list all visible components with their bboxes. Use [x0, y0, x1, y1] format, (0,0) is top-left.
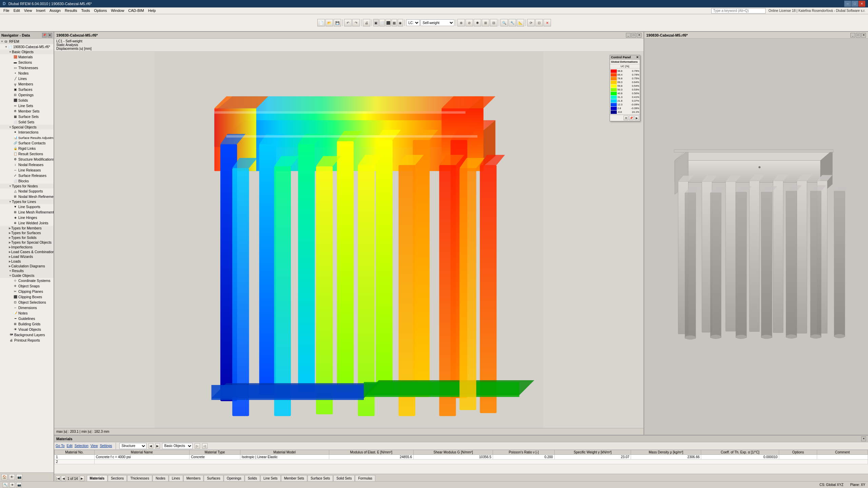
- nav-nodal-supports[interactable]: △Nodal Supports: [0, 188, 54, 194]
- tb2[interactable]: ⬜: [379, 19, 385, 26]
- nav-results[interactable]: ▼Results: [0, 268, 54, 273]
- nav-members[interactable]: ╦Members: [0, 81, 54, 87]
- tb5[interactable]: ◉: [398, 19, 403, 26]
- tab-formulas[interactable]: Formulas: [355, 475, 375, 481]
- nav-types-members[interactable]: ▶Types for Members: [0, 226, 54, 230]
- menu-item-results[interactable]: Results: [63, 8, 79, 13]
- nav-types-lines[interactable]: ▼Types for Lines: [0, 199, 54, 204]
- tb7[interactable]: ⊘: [466, 19, 473, 26]
- left-viewport-canvas[interactable]: Control Panel ✕ Global Deformations UC […: [54, 52, 644, 428]
- nav-lines[interactable]: ╱Lines: [0, 76, 54, 81]
- nav-surface-sets[interactable]: ▦Surface Sets: [0, 114, 54, 119]
- mat-row-2[interactable]: 2: [55, 460, 868, 464]
- cp-settings-btn[interactable]: ⚙: [624, 116, 628, 120]
- nav-nodes[interactable]: •Nodes: [0, 70, 54, 76]
- nav-visual-objects[interactable]: 👁Visual Objects: [0, 327, 54, 332]
- mat-row-1[interactable]: 1 Concrete f c = 4000 psi Concrete Isotr…: [55, 455, 868, 460]
- nav-surfaces[interactable]: ▣Surfaces: [0, 87, 54, 92]
- right-vp-max-btn[interactable]: □: [856, 33, 861, 38]
- right-viewport-canvas[interactable]: [644, 39, 868, 435]
- new-btn[interactable]: 📄: [317, 19, 325, 26]
- nav-thicknesses[interactable]: ▭Thicknesses: [0, 65, 54, 70]
- nav-materials[interactable]: 🧱Materials: [0, 54, 54, 60]
- print-btn[interactable]: 🖨: [363, 19, 370, 26]
- bottom-panel-close-btn[interactable]: ✕: [861, 436, 866, 441]
- nav-line-welded-joints[interactable]: ⊕Line Welded Joints: [0, 220, 54, 226]
- tab-nodes[interactable]: Nodes: [153, 475, 169, 481]
- right-vp-min-btn[interactable]: _: [850, 33, 855, 38]
- nav-building-grids[interactable]: ⊞Building Grids: [0, 321, 54, 327]
- left-vp-close-btn[interactable]: ✕: [637, 33, 642, 38]
- nav-structure-mods[interactable]: ⚙Structure Modifications: [0, 157, 54, 162]
- menu-item-window[interactable]: Window: [109, 8, 126, 13]
- selection-label[interactable]: Selection: [75, 444, 88, 448]
- nav-sections[interactable]: ▬Sections: [0, 60, 54, 65]
- nav-types-surfaces[interactable]: ▶Types for Surfaces: [0, 230, 54, 235]
- minimize-btn[interactable]: ─: [844, 1, 851, 7]
- nav-line-supports[interactable]: ▼Line Supports: [0, 204, 54, 209]
- nav-clipping-planes[interactable]: ✂Clipping Planes: [0, 289, 54, 294]
- nav-rfem-root[interactable]: ▼ 🗂 RFEM: [0, 39, 54, 44]
- nav-background-layers[interactable]: 🗺Background Layers: [0, 332, 54, 338]
- tab-solid-sets[interactable]: Solid Sets: [333, 475, 355, 481]
- tab-members[interactable]: Members: [183, 475, 204, 481]
- nav-line-mesh-ref[interactable]: ⊞Line Mesh Refinements: [0, 209, 54, 215]
- nav-surface-results-adj[interactable]: 📊Surface Results Adjustments: [0, 135, 54, 140]
- nav-line-releases[interactable]: ↔Line Releases: [0, 167, 54, 173]
- left-vp-max-btn[interactable]: □: [631, 33, 636, 38]
- tab-lines[interactable]: Lines: [169, 475, 183, 481]
- lc-combo[interactable]: LC1: [406, 19, 420, 26]
- cam-status-btn[interactable]: 📷: [16, 482, 22, 488]
- settings-label[interactable]: Settings: [100, 444, 112, 448]
- right-vp-close-btn[interactable]: ✕: [861, 33, 866, 38]
- nav-object-snaps[interactable]: ✛Object Snaps: [0, 283, 54, 289]
- basic-objects-combo[interactable]: Basic Objects: [162, 443, 193, 449]
- tab-sections[interactable]: Sections: [108, 475, 127, 481]
- tab-openings[interactable]: Openings: [224, 475, 244, 481]
- nav-blocks[interactable]: ⬜Blocks: [0, 178, 54, 184]
- lc-name-combo[interactable]: Self-weight: [420, 19, 454, 26]
- nav-home-btn[interactable]: 🏠: [1, 474, 7, 480]
- nav-pin-btn[interactable]: 📌: [42, 33, 47, 38]
- tab-materials[interactable]: Materials: [87, 475, 107, 481]
- nav-member-sets[interactable]: ⟰Member Sets: [0, 108, 54, 114]
- nav-eye-btn[interactable]: 👁: [9, 474, 15, 480]
- redo-btn[interactable]: ↷: [352, 19, 360, 26]
- nav-intersections[interactable]: ✦Intersections: [0, 129, 54, 135]
- tb6[interactable]: ⊕: [457, 19, 465, 26]
- tb8[interactable]: ✱: [474, 19, 481, 26]
- search-input[interactable]: [711, 8, 766, 14]
- nav-types-special[interactable]: ▶Types for Special Objects: [0, 240, 54, 245]
- nav-special-objects[interactable]: ▼Special Objects: [0, 125, 54, 129]
- prev-btn[interactable]: ◀: [149, 443, 153, 449]
- nav-guidelines[interactable]: ━Guidelines: [0, 316, 54, 321]
- nav-types-solids[interactable]: ▶Types for Solids: [0, 235, 54, 240]
- save-btn[interactable]: 💾: [334, 19, 341, 26]
- nav-file[interactable]: ▼ 📄 190830-Cabezal-M5.rf6*: [0, 44, 54, 49]
- tb11[interactable]: 🔍: [500, 19, 508, 26]
- prev-page-btn[interactable]: ◀: [61, 476, 66, 481]
- snap-btn[interactable]: 🔧: [3, 482, 8, 488]
- tab-surface-sets[interactable]: Surface Sets: [308, 475, 333, 481]
- nav-printout-reports[interactable]: 🖨Printout Reports: [0, 338, 54, 343]
- tb12[interactable]: 🔧: [509, 19, 516, 26]
- tb13[interactable]: 📐: [517, 19, 524, 26]
- first-page-btn[interactable]: |◀: [56, 476, 60, 481]
- tab-line-sets[interactable]: Line Sets: [260, 475, 281, 481]
- nav-basic-objects[interactable]: ▼ Basic Objects: [0, 49, 54, 54]
- menu-item-file[interactable]: File: [1, 8, 12, 13]
- nav-notes[interactable]: 📝Notes: [0, 310, 54, 316]
- tb15[interactable]: ⊡: [535, 19, 543, 26]
- nav-types-nodes[interactable]: ▼Types for Nodes: [0, 184, 54, 188]
- nav-nodal-releases[interactable]: ↕Nodal Releases: [0, 162, 54, 167]
- render-btn[interactable]: 👁: [9, 482, 15, 488]
- tab-solids[interactable]: Solids: [245, 475, 260, 481]
- tb10[interactable]: ⊟: [490, 19, 497, 26]
- maximize-btn[interactable]: □: [851, 1, 858, 7]
- nav-line-hinges[interactable]: ◈Line Hinges: [0, 215, 54, 220]
- nav-clipping-boxes[interactable]: ⬛Clipping Boxes: [0, 294, 54, 300]
- tb14[interactable]: ⟳: [527, 19, 535, 26]
- open-btn[interactable]: 📂: [326, 19, 333, 26]
- tab-thicknesses[interactable]: Thicknesses: [127, 475, 152, 481]
- tb9[interactable]: ⊞: [482, 19, 489, 26]
